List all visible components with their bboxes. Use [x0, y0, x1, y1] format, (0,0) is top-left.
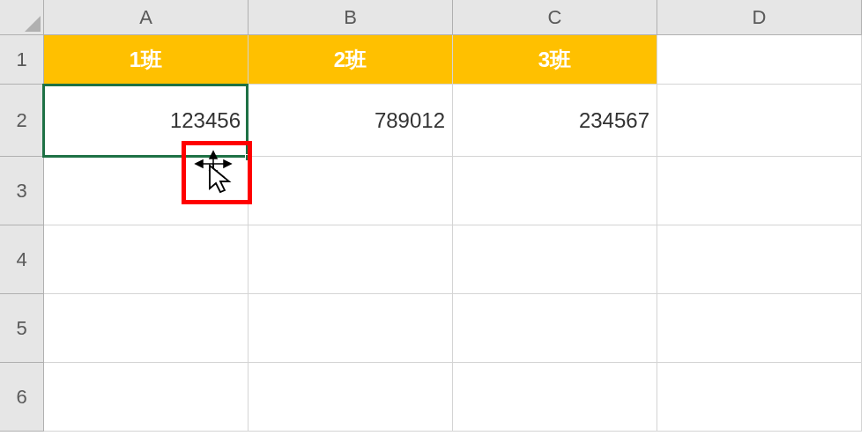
cell-d4[interactable]	[657, 225, 862, 294]
cell-d3[interactable]	[657, 157, 862, 225]
cell-b2[interactable]: 789012	[249, 85, 453, 157]
select-all-corner[interactable]	[0, 0, 44, 35]
row-header-6[interactable]: 6	[0, 363, 44, 432]
cell-c6[interactable]	[453, 363, 657, 432]
cell-a6[interactable]	[44, 363, 249, 432]
fill-handle[interactable]	[245, 154, 252, 161]
row-3	[44, 157, 862, 225]
cell-d6[interactable]	[657, 363, 862, 432]
row-5	[44, 294, 862, 363]
cell-c1[interactable]: 3班	[453, 35, 657, 85]
cell-d2[interactable]	[657, 85, 862, 157]
cell-d1[interactable]	[657, 35, 862, 85]
cell-d5[interactable]	[657, 294, 862, 363]
grid: 1班 2班 3班 123456 789012 234567	[44, 35, 862, 432]
select-all-triangle-icon	[25, 16, 41, 32]
cell-a2[interactable]: 123456	[44, 85, 249, 157]
row-headers: 1 2 3 4 5 6	[0, 35, 44, 432]
row-header-4[interactable]: 4	[0, 225, 44, 294]
cell-b6[interactable]	[249, 363, 453, 432]
row-4	[44, 225, 862, 294]
row-header-1[interactable]: 1	[0, 35, 44, 85]
cell-a3[interactable]	[44, 157, 249, 225]
row-header-3[interactable]: 3	[0, 157, 44, 225]
row-1: 1班 2班 3班	[44, 35, 862, 85]
col-header-b[interactable]: B	[249, 0, 453, 35]
svg-marker-0	[25, 16, 41, 32]
row-2: 123456 789012 234567	[44, 85, 862, 157]
cell-c4[interactable]	[453, 225, 657, 294]
cell-a4[interactable]	[44, 225, 249, 294]
cell-a5[interactable]	[44, 294, 249, 363]
row-6	[44, 363, 862, 432]
row-header-2[interactable]: 2	[0, 85, 44, 157]
cell-a1[interactable]: 1班	[44, 35, 249, 85]
cell-b4[interactable]	[249, 225, 453, 294]
cell-c2[interactable]: 234567	[453, 85, 657, 157]
row-header-5[interactable]: 5	[0, 294, 44, 363]
cell-b1[interactable]: 2班	[249, 35, 453, 85]
cell-c3[interactable]	[453, 157, 657, 225]
col-header-d[interactable]: D	[657, 0, 862, 35]
cell-c5[interactable]	[453, 294, 657, 363]
col-header-c[interactable]: C	[453, 0, 657, 35]
cell-b5[interactable]	[249, 294, 453, 363]
column-headers: A B C D	[44, 0, 862, 35]
cell-b3[interactable]	[249, 157, 453, 225]
col-header-a[interactable]: A	[44, 0, 249, 35]
